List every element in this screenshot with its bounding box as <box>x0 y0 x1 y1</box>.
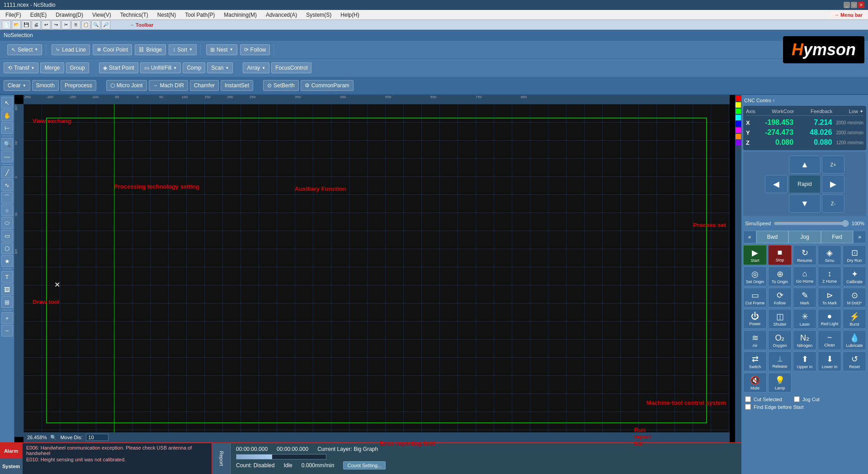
jog-cut-checkbox[interactable] <box>794 396 800 402</box>
lead-line-button[interactable]: ⤷ Lead Line <box>52 44 90 55</box>
follow-button[interactable]: ⟳Follow <box>768 288 792 308</box>
bridge-button[interactable]: ⛓ Bridge <box>135 44 166 55</box>
release-button[interactable]: ⟂Release <box>768 351 792 371</box>
count-setting-button[interactable]: Count Setting... <box>343 461 386 469</box>
sort-button[interactable]: ↕ Sort ▼ <box>169 44 197 55</box>
layer-color-red[interactable] <box>736 96 741 101</box>
laser-button[interactable]: ✳Laser <box>793 309 816 329</box>
toolbar-redo[interactable]: ↪ <box>52 20 61 29</box>
lt-line-tool[interactable]: ╱ <box>1 166 13 178</box>
lt-circle-tool[interactable]: ○ <box>1 204 13 216</box>
menu-advanced[interactable]: Advanced(A) <box>262 11 301 19</box>
menu-help[interactable]: Help(H) <box>337 11 363 19</box>
lt-star-tool[interactable]: ★ <box>1 255 13 267</box>
alarm-tab-system[interactable]: System <box>0 459 22 474</box>
scan-button[interactable]: Scan ▼ <box>207 62 233 73</box>
toolbar-zoom-in[interactable]: 🔍 <box>91 20 100 29</box>
dir-left-button[interactable]: ◀ <box>765 175 788 193</box>
cut_frame-button[interactable]: ▭Cut Frame <box>743 288 767 308</box>
lt-curve-tool[interactable]: ∿ <box>1 179 13 191</box>
comp-button[interactable]: Comp <box>183 62 205 73</box>
lt-hand-tool[interactable]: ✋ <box>1 109 13 121</box>
toolbar-cut[interactable]: ✂ <box>61 20 71 29</box>
lt-node-tool[interactable]: ⊞ <box>1 296 13 308</box>
to_origin-button[interactable]: ⊕To Origin <box>768 266 792 286</box>
cool-point-button[interactable]: ❄ Cool Point <box>93 44 132 55</box>
lt-ellipse-tool[interactable]: ⬭ <box>1 217 13 229</box>
switch-button[interactable]: ⇄Switch <box>743 351 767 371</box>
m_dot3-button[interactable]: ⊙M Dot3* <box>843 288 866 308</box>
mach-dir-button[interactable]: → Mach DIR <box>149 80 188 91</box>
layer-color-magenta[interactable] <box>736 128 741 133</box>
clean-button[interactable]: ~Clean <box>818 330 841 350</box>
smooth-button[interactable]: Smooth <box>32 80 59 91</box>
array-button[interactable]: Array ▼ <box>243 62 269 73</box>
lubricate-button[interactable]: 💧Lubricate <box>843 330 866 350</box>
alarm-tab-alarm[interactable]: Alarm <box>0 443 22 459</box>
menu-view[interactable]: View(V) <box>89 11 115 19</box>
to_mark-button[interactable]: ⊳To Mark <box>818 288 841 308</box>
canvas-grid[interactable]: ✕ <box>24 104 730 437</box>
maximize-button[interactable]: □ <box>851 2 857 8</box>
start-button[interactable]: ▶Start <box>743 245 767 265</box>
set_origin-button[interactable]: ◎Set Origin <box>743 266 767 286</box>
group-button[interactable]: Group <box>66 62 89 73</box>
lt-subtract-tool[interactable]: − <box>1 325 13 337</box>
cut-selected-checkbox[interactable] <box>745 396 751 402</box>
follow-button[interactable]: ⟳ Follow <box>240 44 270 55</box>
shutter-button[interactable]: ◫Shutter <box>768 309 792 329</box>
toolbar-undo[interactable]: ↩ <box>42 20 51 29</box>
toolbar-print[interactable]: 🖨 <box>32 20 41 29</box>
burst-button[interactable]: ⚡Burst <box>843 309 866 329</box>
dir-up-button[interactable]: ▲ <box>789 156 821 174</box>
find-edge-checkbox[interactable] <box>745 404 751 410</box>
toolbar-open[interactable]: 📂 <box>12 20 21 29</box>
red_light-button[interactable]: ●Red Light <box>818 309 841 329</box>
dir-right-button[interactable]: ▶ <box>822 175 844 193</box>
power-button[interactable]: ⏻Power <box>743 309 767 329</box>
dir-down-button[interactable]: ▼ <box>789 194 821 213</box>
reset-button[interactable]: ↺Reset <box>843 351 866 371</box>
fwd-button[interactable]: Fwd <box>821 231 854 243</box>
nest-button[interactable]: ⊞ Nest ▼ <box>206 44 237 55</box>
chamfer-button[interactable]: Chamfer <box>190 80 219 91</box>
lt-zoom-out-tool[interactable]: — <box>1 151 13 162</box>
nitrogen-button[interactable]: N₂Nitrogen <box>793 330 816 350</box>
lt-rect-tool[interactable]: ▭ <box>1 230 13 242</box>
jog-button[interactable]: Jog <box>788 231 821 243</box>
transf-button[interactable]: ⟲ Transf ▼ <box>4 62 38 73</box>
toolbar-paste[interactable]: 📋 <box>81 20 90 29</box>
mute-button[interactable]: 🔇Mute <box>743 373 767 393</box>
menu-toolpath[interactable]: Tool Path(P) <box>181 11 218 19</box>
merge-button[interactable]: Merge <box>40 62 64 73</box>
z-plus-button[interactable]: Z+ <box>822 156 844 174</box>
menu-file[interactable]: File(F) <box>2 11 25 19</box>
mark-button[interactable]: ✎Mark <box>793 288 816 308</box>
instant-set-button[interactable]: InstantSet <box>221 80 253 91</box>
simu-speed-slider[interactable] <box>774 220 849 227</box>
menu-machining[interactable]: Machining(M) <box>220 11 260 19</box>
z_home-button[interactable]: ↕Z Home <box>818 266 841 286</box>
lt-zoom-tool[interactable]: 🔍 <box>1 138 13 150</box>
preprocess-button[interactable]: Preprocess <box>61 80 96 91</box>
clear-button[interactable]: Clear ▼ <box>4 80 30 91</box>
menu-technics[interactable]: Technics(T) <box>117 11 152 19</box>
layer-color-orange[interactable] <box>736 134 741 139</box>
start-point-button[interactable]: ◈ Start Point <box>99 62 138 73</box>
move-dis-input[interactable] <box>86 434 108 441</box>
toolbar-zoom-out[interactable]: 🔎 <box>101 20 110 29</box>
lower_in-button[interactable]: ⬇Lower In <box>818 351 841 371</box>
focus-control-button[interactable]: FocusControl <box>271 62 311 73</box>
canvas-area[interactable]: -250 -200 -150 -100 -50 0 50 100 150 200… <box>14 95 735 442</box>
oxygen-button[interactable]: O₂Oxygen <box>768 330 792 350</box>
lt-arc-tool[interactable]: ⌒ <box>1 192 13 204</box>
rapid-button[interactable]: Rapid <box>789 175 821 193</box>
toolbar-copy[interactable]: ⎘ <box>71 20 80 29</box>
menu-system[interactable]: System(S) <box>302 11 335 19</box>
resume-button[interactable]: ↻Resume <box>793 245 816 265</box>
close-button[interactable]: ✕ <box>858 2 864 8</box>
report-tab[interactable]: Report <box>212 443 231 474</box>
calibrate-button[interactable]: ✦Calibrate <box>843 266 866 286</box>
lt-image-tool[interactable]: 🖼 <box>1 284 13 295</box>
nav-fwd-right[interactable]: » <box>853 231 866 243</box>
